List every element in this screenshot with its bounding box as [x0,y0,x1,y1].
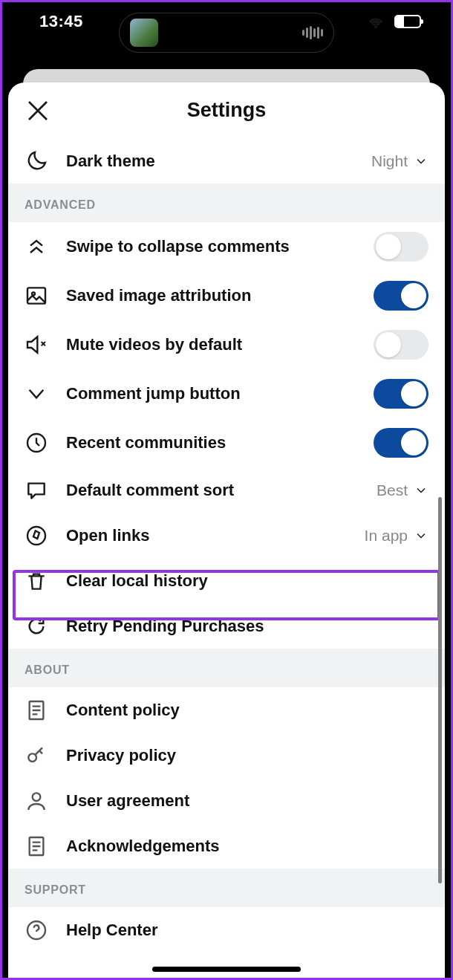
row-label: User agreement [66,791,428,811]
row-open-links[interactable]: Open links In app [8,513,445,558]
toggle-comment-jump[interactable] [374,379,428,409]
row-label: Privacy policy [66,746,428,765]
chevron-down-icon [414,483,428,498]
clock-icon [25,431,48,455]
toggle-saved-attribution[interactable] [374,281,428,311]
row-comment-sort[interactable]: Default comment sort Best [8,467,445,513]
row-label: Content policy [66,701,428,720]
row-clear-history[interactable]: Clear local history [8,558,445,603]
key-icon [25,744,48,768]
settings-sheet: Settings Dark theme Night ADVANCED Swipe… [8,82,445,978]
row-label: Help Center [66,921,428,940]
row-swipe-collapse[interactable]: Swipe to collapse comments [8,222,445,271]
dynamic-island[interactable] [119,13,334,53]
trash-icon [25,569,48,593]
svg-rect-0 [27,288,45,303]
row-acknowledgements[interactable]: Acknowledgements [8,823,445,869]
row-label: Acknowledgements [66,837,428,856]
home-indicator[interactable] [152,967,301,972]
section-about: ABOUT [8,649,445,687]
close-icon [25,97,51,124]
row-label: Retry Pending Purchases [66,617,428,636]
battery-icon [394,15,421,28]
row-label: Dark theme [66,152,371,171]
row-label: Comment jump button [66,384,374,403]
document-icon [25,834,48,858]
row-retry-purchases[interactable]: Retry Pending Purchases [8,603,445,649]
row-value: Night [371,152,408,170]
row-comment-jump[interactable]: Comment jump button [8,369,445,418]
chevron-down-icon [414,528,428,543]
audio-wave-icon [302,26,323,39]
section-advanced: ADVANCED [8,184,445,222]
person-icon [25,789,48,813]
status-icons [368,13,421,30]
section-support: SUPPORT [8,869,445,907]
row-user-agreement[interactable]: User agreement [8,778,445,823]
chevron-down-icon [414,154,428,169]
row-label: Open links [66,526,365,545]
now-playing-icon [130,19,158,47]
status-time: 13:45 [39,12,83,31]
row-dark-theme[interactable]: Dark theme Night [8,138,445,184]
row-label: Mute videos by default [66,335,374,354]
close-button[interactable] [25,97,51,124]
page-title: Settings [187,99,267,122]
svg-point-6 [33,793,41,801]
row-value: Best [377,481,408,499]
row-recent-communities[interactable]: Recent communities [8,418,445,467]
comment-icon [25,478,48,502]
row-mute-videos[interactable]: Mute videos by default [8,320,445,369]
refresh-icon [25,614,48,638]
wifi-icon [368,13,384,30]
help-icon [25,918,48,942]
row-label: Saved image attribution [66,286,374,305]
row-label: Swipe to collapse comments [66,237,374,256]
speaker-mute-icon [25,333,48,357]
toggle-swipe-collapse[interactable] [374,232,428,262]
compass-icon [25,524,48,548]
row-label: Clear local history [66,571,428,591]
row-saved-attribution[interactable]: Saved image attribution [8,271,445,320]
svg-point-3 [27,527,45,545]
moon-icon [25,149,48,173]
row-label: Default comment sort [66,481,377,500]
chevron-down-icon [25,382,48,406]
toggle-mute-videos[interactable] [374,330,428,360]
toggle-recent-communities[interactable] [374,428,428,458]
row-label: Recent communities [66,433,374,452]
row-value: In app [365,527,408,545]
row-help-center[interactable]: Help Center [8,907,445,953]
double-chevron-up-icon [25,235,48,259]
row-privacy-policy[interactable]: Privacy policy [8,733,445,778]
scrollbar[interactable] [438,497,442,883]
document-icon [25,698,48,722]
image-icon [25,284,48,308]
row-content-policy[interactable]: Content policy [8,687,445,733]
svg-point-5 [28,753,36,762]
sheet-header: Settings [8,82,445,138]
